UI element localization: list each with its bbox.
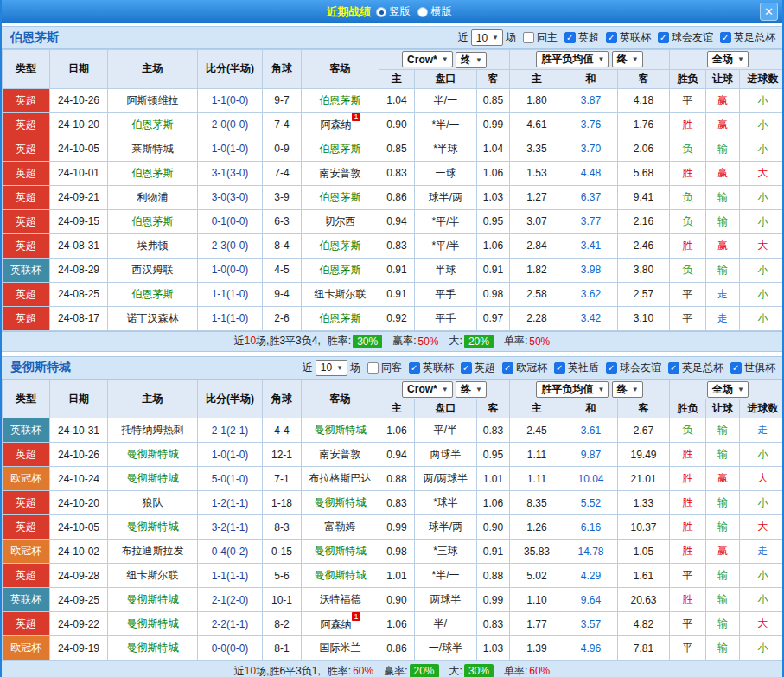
close-button[interactable]: ✕ (760, 3, 778, 21)
radio-vertical-label: 竖版 (390, 4, 411, 19)
stat-item: 大:20% (449, 334, 494, 348)
asia-away-odds: 0.90 (477, 515, 510, 540)
league-badge: 英超 (3, 88, 50, 112)
corner-count: 1-18 (263, 491, 302, 515)
handicap-result-flag: 赢 (706, 467, 740, 491)
result-flag: 负 (670, 185, 706, 209)
eu-draw-odds: 4.29 (564, 564, 618, 588)
league-filter-checkbox[interactable]: 球会友谊 (606, 361, 661, 375)
home-team-cell: 诺丁汉森林 (108, 306, 198, 330)
scope-select[interactable]: 全场▼ (707, 51, 749, 67)
scope-select[interactable]: 全场▼ (707, 381, 749, 398)
chevron-down-icon: ▼ (442, 55, 449, 63)
eu-home-odds: 1.11 (510, 467, 564, 491)
team-name-text: 曼彻斯特城 (127, 642, 179, 654)
league-filter-checkbox[interactable]: 英社盾 (554, 361, 599, 375)
handicap-line: *球半 (415, 491, 477, 515)
handicap-line: *半/一 (415, 564, 477, 588)
team-name-text: 曼彻斯特城 (315, 545, 367, 557)
result-flag: 胜 (670, 112, 706, 137)
eu-draw-odds: 3.42 (564, 306, 618, 330)
league-filter-checkbox[interactable]: 球会友谊 (658, 30, 713, 45)
league-badge: 欧冠杯 (3, 540, 50, 564)
goals-flag: 大 (740, 161, 784, 185)
bookmaker-select[interactable]: Crow*▼ (402, 381, 453, 398)
asian-stage-select[interactable]: 终▼ (456, 52, 487, 68)
recent-count-select[interactable]: 10▼ (471, 29, 503, 46)
same-venue-filter[interactable]: 同主 (523, 30, 558, 45)
asian-stage-select[interactable]: 终▼ (456, 381, 487, 398)
league-filter-checkbox[interactable]: 英足总杯 (720, 30, 775, 45)
layout-radio-horizontal[interactable]: 横版 (417, 4, 452, 19)
stat-badge: 20% (410, 664, 439, 677)
team-name-text: 纽卡斯尔联 (127, 569, 179, 581)
europe-odds-select[interactable]: 胜平负均值▼ (536, 381, 609, 398)
match-row: 英超24-09-28纽卡斯尔联1-1(1-1)5-6曼彻斯特城1.01*半/一0… (3, 564, 784, 588)
stat-badge: 30% (464, 664, 494, 677)
recent-count-select[interactable]: 10▼ (316, 360, 347, 376)
match-score: 1-1(1-1) (198, 564, 263, 588)
col-header-eu-home: 主 (510, 69, 564, 88)
league-filter-checkbox[interactable]: 英超 (564, 30, 599, 45)
eu-away-odds: 1.76 (618, 112, 670, 137)
league-filter-checkbox[interactable]: 英足总杯 (668, 361, 723, 375)
eu-away-odds: 21.01 (618, 467, 670, 491)
match-score: 2-1(2-1) (198, 418, 263, 443)
handicap-result-flag: 走 (706, 306, 740, 330)
match-score: 2-3(0-0) (198, 233, 263, 258)
summary-text: 近10场,胜3平3负4, (234, 334, 321, 348)
layout-radio-vertical[interactable]: 竖版 (376, 4, 411, 19)
stat-label: 赢率: (392, 334, 416, 348)
goals-flag: 小 (740, 258, 784, 282)
team-name-text: 阿森纳 (320, 618, 351, 630)
goals-flag: 小 (740, 636, 784, 661)
league-filter-checkbox[interactable]: 英联杯 (606, 30, 651, 45)
bookmaker-select[interactable]: Crow*▼ (402, 51, 453, 67)
match-score: 3-1(3-0) (198, 161, 263, 185)
col-header-result: 胜负 (670, 69, 706, 88)
league-filter-checkbox[interactable]: 欧冠杯 (502, 361, 547, 375)
eu-away-odds: 5.68 (618, 161, 670, 185)
team-name-text: 狼队 (143, 496, 163, 508)
scope-select-value: 全场 (712, 52, 733, 67)
summary-bar: 近10场,胜6平3负1, 胜率:60%赢率:20%大:30%单率:60% (2, 661, 782, 677)
team-section-away: 曼彻斯特城 近10▼场同客英联杯英超欧冠杯英社盾球会友谊英足总杯世俱杯 类型日期… (2, 356, 782, 677)
europe-stage-select[interactable]: 终▼ (612, 381, 643, 398)
eu-away-odds: 3.80 (618, 258, 670, 282)
result-flag: 负 (670, 418, 706, 443)
league-filter-checkbox[interactable]: 英超 (461, 361, 495, 375)
europe-odds-select[interactable]: 胜平负均值▼ (536, 51, 609, 67)
same-venue-filter[interactable]: 同客 (367, 361, 402, 375)
team-name-text: 利物浦 (137, 191, 169, 203)
away-team-cell: 纽卡斯尔联 (302, 282, 379, 306)
handicap-line: 两/两球半 (415, 467, 477, 491)
europe-stage-select[interactable]: 终▼ (612, 51, 643, 67)
handicap-result-flag: 输 (706, 636, 740, 661)
match-score: 2-2(1-1) (198, 612, 263, 636)
handicap-line: *半/一 (415, 112, 477, 137)
league-badge: 英超 (3, 564, 50, 588)
col-header-handicap: 盘口 (415, 69, 477, 88)
corner-count: 3-9 (263, 185, 302, 209)
corner-count: 12-1 (263, 443, 302, 467)
eu-draw-odds: 3.62 (564, 282, 618, 306)
league-filter-label: 球会友谊 (620, 361, 661, 375)
asia-away-odds: 1.03 (477, 185, 510, 209)
league-filter-checkbox[interactable]: 英联杯 (409, 361, 454, 375)
league-filter-checkbox[interactable]: 世俱杯 (730, 361, 775, 375)
col-header-corner: 角球 (263, 50, 302, 89)
col-header-corner: 角球 (263, 380, 302, 418)
match-score: 1-2(1-1) (198, 491, 263, 515)
league-badge: 英超 (3, 209, 50, 233)
match-date: 24-10-26 (50, 88, 108, 112)
handicap-line: *平/半 (415, 233, 477, 258)
match-row: 英超24-10-20狼队1-2(1-1)1-18曼彻斯特城0.83*球半1.06… (3, 491, 784, 515)
league-filter-label: 英社盾 (568, 361, 599, 375)
handicap-line: 半球 (415, 258, 477, 282)
col-header-asia-home: 主 (379, 399, 415, 418)
results-table-wrap: 类型日期主场比分(半场)角球客场Crow*▼ 终▼胜平负均值▼ 终▼全场▼主盘口… (2, 49, 782, 331)
eu-away-odds: 19.49 (618, 443, 670, 467)
match-date: 24-10-05 (50, 515, 108, 540)
chevron-down-icon: ▼ (475, 56, 482, 64)
team-name-text: 诺丁汉森林 (127, 312, 179, 324)
